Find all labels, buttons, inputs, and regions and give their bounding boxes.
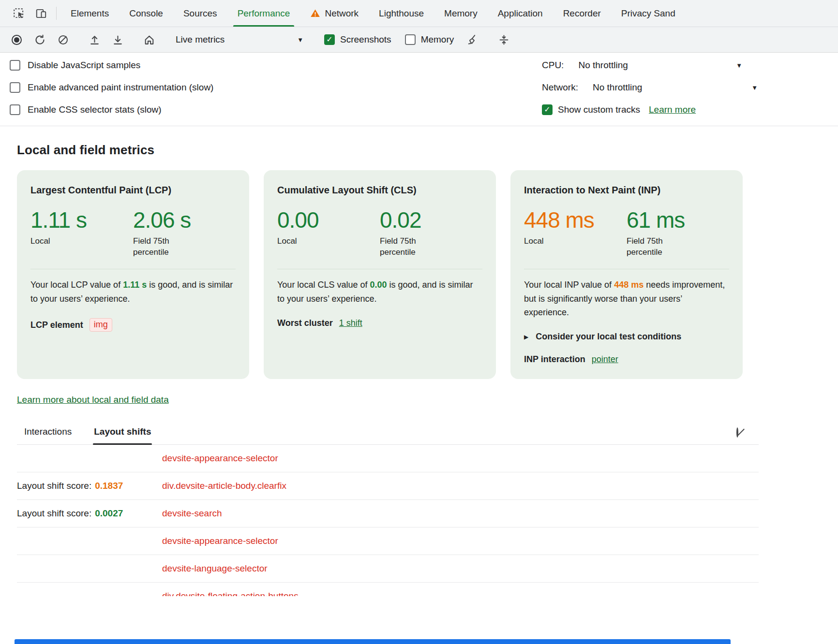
show-custom-tracks-checkbox[interactable]: ✓ Show custom tracks: [542, 104, 640, 115]
tab-label: Elements: [71, 8, 109, 19]
table-row[interactable]: devsite-appearance-selector: [17, 445, 759, 472]
card-divider: [524, 269, 729, 269]
tab-memory[interactable]: Memory: [434, 0, 488, 27]
device-toolbar-icon[interactable]: [30, 0, 52, 27]
layout-shifts-table: devsite-appearance-selector Layout shift…: [17, 445, 759, 596]
field-label: Field 75th percentile: [380, 236, 438, 258]
table-row[interactable]: Layout shift score:0.1837 div.devsite-ar…: [17, 472, 759, 500]
inp-interaction-label: INP interaction: [524, 354, 585, 365]
shift-score-cell: [17, 563, 162, 574]
lcp-element-row: LCP element img: [30, 318, 236, 332]
table-row[interactable]: Layout shift score:0.0027 devsite-search: [17, 500, 759, 527]
card-title: Cumulative Layout Shift (CLS): [277, 185, 482, 196]
element-link[interactable]: devsite-search: [162, 508, 222, 519]
memory-label: Memory: [421, 34, 454, 45]
divider: [56, 7, 57, 20]
inspect-element-icon[interactable]: [8, 0, 30, 27]
garbage-collect-brush-icon[interactable]: [461, 30, 484, 49]
tab-lighthouse[interactable]: Lighthouse: [369, 0, 434, 27]
tab-label: Sources: [183, 8, 217, 19]
checkbox-checked-icon: ✓: [542, 104, 553, 115]
tab-elements[interactable]: Elements: [60, 0, 119, 27]
live-metrics-select[interactable]: Live metrics ▼: [169, 30, 309, 49]
inp-description: Your local INP value of 448 ms needs imp…: [524, 278, 729, 319]
clear-icon[interactable]: [51, 30, 75, 49]
inp-interaction-link[interactable]: pointer: [592, 354, 618, 365]
tab-sources[interactable]: Sources: [173, 0, 227, 27]
element-link[interactable]: devsite-language-selector: [162, 563, 268, 574]
metric-cards: Largest Contentful Paint (LCP) 1.11 s Lo…: [17, 170, 759, 379]
upload-profile-icon[interactable]: [83, 30, 106, 49]
tab-layout-shifts[interactable]: Layout shifts: [94, 426, 151, 437]
tab-privacy-sandbox[interactable]: Privacy Sand: [611, 0, 686, 27]
local-test-conditions-expander[interactable]: ▶ Consider your local test conditions: [524, 332, 729, 342]
inp-interaction-row: INP interaction pointer: [524, 354, 729, 365]
card-title: Interaction to Next Paint (INP): [524, 185, 729, 196]
checkbox-unchecked-icon: [405, 34, 416, 45]
worst-cluster-link[interactable]: 1 shift: [339, 318, 362, 328]
learn-more-field-data-link[interactable]: Learn more about local and field data: [17, 395, 169, 405]
screenshots-checkbox[interactable]: ✓ Screenshots: [324, 34, 391, 45]
card-divider: [30, 269, 236, 269]
tab-interactions[interactable]: Interactions: [24, 426, 72, 437]
inp-local-value: 448 ms: [524, 208, 627, 232]
worst-cluster-label: Worst cluster: [277, 318, 333, 328]
network-label: Network:: [542, 82, 578, 93]
cls-values: 0.00 Local 0.02 Field 75th percentile: [277, 208, 482, 258]
lcp-values: 1.11 s Local 2.06 s Field 75th percentil…: [30, 208, 236, 258]
cpu-throttle-select[interactable]: CPU: No throttling ▼: [542, 54, 759, 76]
field-label: Field 75th percentile: [627, 236, 685, 258]
card-divider: [277, 269, 482, 269]
lcp-description: Your local LCP value of 1.11 s is good, …: [30, 278, 236, 306]
element-link[interactable]: div.devsite-article-body.clearfix: [162, 481, 286, 491]
panel-tabs: Elements Console Sources Performance Net…: [60, 0, 686, 27]
tab-label: Network: [325, 8, 359, 19]
tab-label: Performance: [238, 8, 290, 19]
tab-recorder[interactable]: Recorder: [553, 0, 611, 27]
download-profile-icon[interactable]: [106, 30, 129, 49]
lcp-card: Largest Contentful Paint (LCP) 1.11 s Lo…: [17, 170, 249, 379]
memory-checkbox[interactable]: Memory: [405, 34, 454, 45]
chevron-down-icon: ▼: [736, 62, 742, 69]
inp-field-value: 61 ms: [627, 208, 729, 232]
table-row[interactable]: div.devsite-floating-action-buttons: [17, 583, 759, 596]
cls-card: Cumulative Layout Shift (CLS) 0.00 Local…: [264, 170, 496, 379]
cls-local-value: 0.00: [277, 208, 380, 232]
tab-label: Privacy Sand: [621, 8, 675, 19]
selection-scrollbar[interactable]: [15, 639, 731, 644]
table-row[interactable]: devsite-language-selector: [17, 555, 759, 583]
show-custom-tracks-label: Show custom tracks: [558, 104, 640, 115]
tab-label: Memory: [444, 8, 478, 19]
collapse-panel-icon[interactable]: [492, 30, 515, 49]
network-throttle-select[interactable]: Network: No throttling ▼: [542, 76, 759, 99]
reload-and-record-icon[interactable]: [28, 30, 51, 49]
live-metrics-view: Local and field metrics Largest Contentf…: [0, 143, 838, 596]
tab-application[interactable]: Application: [488, 0, 553, 27]
tab-label: Console: [129, 8, 163, 19]
field-label: Field 75th percentile: [133, 236, 191, 258]
tab-network[interactable]: Network: [300, 0, 369, 27]
local-label: Local: [524, 236, 582, 247]
performance-toolbar: Live metrics ▼ ✓ Screenshots Memory: [0, 27, 838, 53]
clear-log-icon[interactable]: [736, 428, 738, 437]
record-button[interactable]: [5, 30, 28, 49]
learn-more-link[interactable]: Learn more: [649, 104, 696, 115]
element-link[interactable]: devsite-appearance-selector: [162, 453, 278, 464]
log-tabbar: Interactions Layout shifts: [17, 426, 759, 445]
tab-performance[interactable]: Performance: [227, 0, 300, 27]
shift-score-cell: [17, 591, 162, 596]
main-tabbar: Elements Console Sources Performance Net…: [0, 0, 838, 27]
shift-score-cell: [17, 536, 162, 546]
table-row[interactable]: devsite-appearance-selector: [17, 527, 759, 555]
lcp-element-badge[interactable]: img: [90, 318, 112, 332]
card-title: Largest Contentful Paint (LCP): [30, 185, 236, 196]
tab-console[interactable]: Console: [119, 0, 173, 27]
element-link[interactable]: div.devsite-floating-action-buttons: [162, 591, 299, 596]
local-test-conditions-label: Consider your local test conditions: [536, 332, 681, 342]
home-icon[interactable]: [137, 30, 161, 49]
shift-score-cell: Layout shift score:0.1837: [17, 481, 162, 491]
expand-arrow-icon: ▶: [524, 334, 528, 340]
show-custom-tracks-row: ✓ Show custom tracks Learn more: [542, 99, 759, 121]
local-label: Local: [30, 236, 89, 247]
element-link[interactable]: devsite-appearance-selector: [162, 536, 278, 546]
